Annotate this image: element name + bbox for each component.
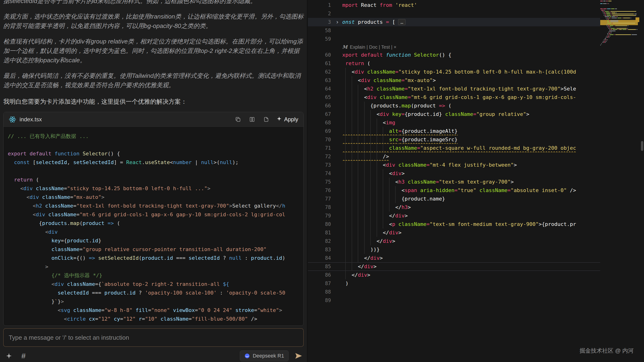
fold-chevron-icon[interactable]: › <box>332 18 342 26</box>
editor-line-71[interactable]: 71 className="aspect-square w-full round… <box>308 144 600 152</box>
line-number[interactable]: 84 <box>308 254 332 262</box>
line-number[interactable]: 65 <box>308 93 332 102</box>
scrollbar-thumb[interactable] <box>641 141 643 151</box>
send-icon[interactable] <box>295 352 302 360</box>
line-number[interactable]: 87 <box>308 279 332 288</box>
editor-line-69[interactable]: 69 alt={product.imageAlt} <box>308 127 600 135</box>
line-number[interactable]: 88 <box>308 288 332 296</box>
line-number[interactable]: 61 <box>308 59 332 68</box>
editor-line-62[interactable]: 62 <div className="sticky top-14.25 bott… <box>308 68 600 76</box>
editor-line-75[interactable]: 75 <h3 className="text-sm text-gray-700"… <box>308 178 600 186</box>
editor-line-82[interactable]: 82 </div> <box>308 237 600 245</box>
line-number[interactable]: 68 <box>308 119 332 127</box>
fold-gutter <box>332 68 342 76</box>
line-number[interactable]: 73 <box>308 161 332 169</box>
diff-icon[interactable] <box>248 116 256 123</box>
editor-line-2[interactable]: 2 <box>308 9 600 18</box>
fold-gutter <box>332 127 342 135</box>
editor-line-89[interactable]: 89 <box>308 296 600 305</box>
editor-line-84[interactable]: 84 </div> <box>308 254 600 262</box>
editor-line-60[interactable]: 60export default function Selector() { <box>308 51 600 59</box>
code-line: <h2 className="text-1xl font-bold tracki… <box>8 201 304 210</box>
editor-line-63[interactable]: 63 <div className="mx-auto"> <box>308 76 600 85</box>
editor-line-79[interactable]: 79 </div> <box>308 211 600 220</box>
message-input[interactable] <box>9 334 298 341</box>
thinking-paragraph: 美观方面，选中状态的变化应该有过渡效果，比如使用transition类，让边框和… <box>3 12 304 30</box>
fold-gutter <box>332 220 342 228</box>
line-number[interactable]: 63 <box>308 76 332 85</box>
editor-line-3[interactable]: 3›const products = [… <box>308 18 600 26</box>
editor-line-64[interactable]: 64 <h2 className="text-1xl font-bold tra… <box>308 85 600 93</box>
codelens-text[interactable]: Explain | Doc | Test | × <box>350 43 396 51</box>
line-number[interactable]: 80 <box>308 220 332 228</box>
minimap[interactable] <box>600 0 638 362</box>
line-number[interactable]: 2 <box>308 9 332 18</box>
fold-gutter <box>332 161 342 169</box>
line-number[interactable]: 62 <box>308 68 332 76</box>
line-number[interactable]: 71 <box>308 144 332 152</box>
code-block: index.tsx Apply <box>3 112 304 326</box>
line-number[interactable]: 82 <box>308 237 332 245</box>
line-number[interactable]: 59 <box>308 35 332 43</box>
line-number[interactable]: 85 <box>308 262 332 271</box>
editor-line-61[interactable]: 61 return ( <box>308 59 600 68</box>
line-number[interactable]: 77 <box>308 195 332 203</box>
editor-line-65[interactable]: 65 <div className="mt-6 grid grid-cols-1… <box>308 93 600 102</box>
line-number[interactable]: 86 <box>308 271 332 279</box>
line-number[interactable]: 75 <box>308 178 332 186</box>
editor-line-87[interactable]: 87 ) <box>308 279 600 288</box>
chat-messages[interactable]: 据selectedId是否等于当前卡片的id来动态应用样式。例如，边框颜色和勾选… <box>0 0 307 326</box>
line-number[interactable]: 58 <box>308 26 332 35</box>
editor-line-83[interactable]: 83 ))} <box>308 245 600 254</box>
insert-icon[interactable] <box>262 116 270 123</box>
editor-line-80[interactable]: 80 <p className="text-sm font-medium tex… <box>308 220 600 228</box>
editor-line-73[interactable]: 73 <div className="mt-4 flex justify-bet… <box>308 161 600 169</box>
line-number[interactable]: 1 <box>308 1 332 9</box>
codelens-icon: M <box>342 43 348 51</box>
editor-line-66[interactable]: 66 {products.map(product => ( <box>308 102 600 110</box>
code-filename: index.tsx <box>20 116 42 123</box>
editor-line-86[interactable]: 86 </div> <box>308 271 600 279</box>
editor-line-78[interactable]: 78 </h3> <box>308 203 600 211</box>
line-number[interactable]: 81 <box>308 228 332 237</box>
model-selector[interactable]: Deepseek R1 <box>240 351 288 361</box>
line-number[interactable]: 64 <box>308 85 332 93</box>
line-number[interactable]: 79 <box>308 211 332 220</box>
editor-line-67[interactable]: 67 <div key={product.id} className="grou… <box>308 110 600 119</box>
line-number[interactable]: 83 <box>308 245 332 254</box>
line-number[interactable]: 74 <box>308 169 332 178</box>
fold-gutter <box>332 203 342 211</box>
editor-line-88[interactable]: 88} <box>308 288 600 296</box>
folded-code-placeholder[interactable]: … <box>398 19 406 25</box>
editor-line-58[interactable]: 58 <box>308 26 600 35</box>
code-line: export default function Selector() { <box>8 149 304 158</box>
message-input-box[interactable] <box>3 328 304 347</box>
line-number[interactable]: 72 <box>308 152 332 161</box>
editor-line-76[interactable]: 76 <span aria-hidden="true" className="a… <box>308 186 600 195</box>
editor-line-1[interactable]: 1import React from 'react' <box>308 1 600 9</box>
line-number[interactable]: 66 <box>308 102 332 110</box>
editor-line-70[interactable]: 70 src={product.imageSrc} <box>308 135 600 144</box>
line-number[interactable]: 60 <box>308 51 332 59</box>
line-number[interactable]: 89 <box>308 296 332 305</box>
editor-line-81[interactable]: 81 </div> <box>308 228 600 237</box>
editor-line-72[interactable]: 72 /> <box>308 152 600 161</box>
ai-sparkle-icon[interactable] <box>5 352 13 360</box>
editor-line-85[interactable]: 85 </div> <box>308 262 600 271</box>
line-number[interactable]: 3 <box>308 18 332 26</box>
line-number[interactable]: 69 <box>308 127 332 135</box>
codelens[interactable]: MExplain | Doc | Test | × <box>308 43 600 51</box>
context-hash-icon[interactable]: # <box>19 352 28 360</box>
editor-line-68[interactable]: 68 <img <box>308 119 600 127</box>
overview-warning-mark <box>636 17 639 22</box>
copy-icon[interactable] <box>234 116 242 123</box>
editor-line-59[interactable]: 59 <box>308 35 600 43</box>
apply-button[interactable]: Apply <box>276 116 298 123</box>
line-number[interactable]: 70 <box>308 135 332 144</box>
editor-line-77[interactable]: 77 {product.name} <box>308 195 600 203</box>
fold-gutter <box>332 271 342 279</box>
line-number[interactable]: 67 <box>308 110 332 119</box>
line-number[interactable]: 76 <box>308 186 332 195</box>
editor-line-74[interactable]: 74 <div> <box>308 169 600 178</box>
line-number[interactable]: 78 <box>308 203 332 211</box>
